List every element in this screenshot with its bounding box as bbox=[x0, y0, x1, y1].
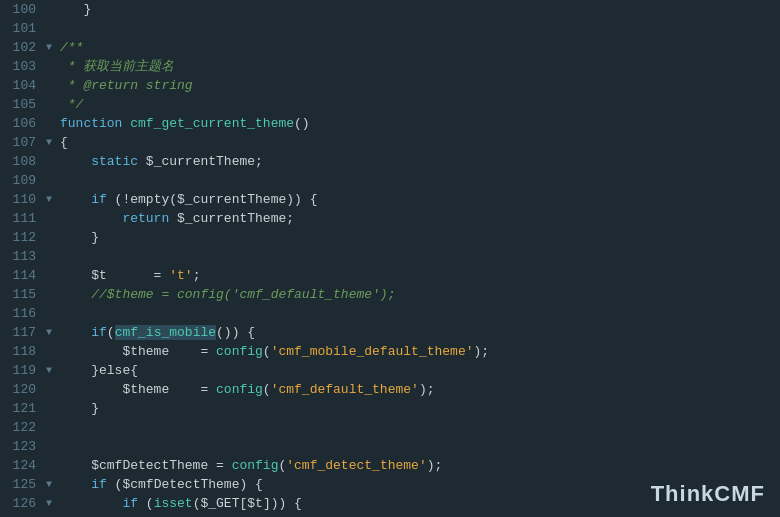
code-editor: 100 }101 102▼/**103 * 获取当前主题名104 * @retu… bbox=[0, 0, 780, 517]
token-punct: ])) { bbox=[263, 496, 302, 511]
token-var: $_currentTheme bbox=[177, 192, 286, 207]
line-number: 118 bbox=[0, 342, 46, 361]
token-punct: ( bbox=[263, 382, 271, 397]
code-row: 114 $t = 't'; bbox=[0, 266, 780, 285]
line-number: 122 bbox=[0, 418, 46, 437]
line-number: 117 bbox=[0, 323, 46, 342]
token-punct: ) { bbox=[239, 477, 262, 492]
token-comment-block: * @return string bbox=[60, 78, 193, 93]
token-punct: } bbox=[60, 230, 99, 245]
code-content: }else{ bbox=[58, 361, 780, 380]
fold-arrow[interactable]: ▼ bbox=[46, 494, 58, 513]
line-number: 114 bbox=[0, 266, 46, 285]
fold-arrow[interactable]: ▼ bbox=[46, 323, 58, 342]
fold-arrow[interactable]: ▼ bbox=[46, 38, 58, 57]
code-row: 102▼/** bbox=[0, 38, 780, 57]
code-content: { bbox=[58, 133, 780, 152]
token-punct: ); bbox=[419, 382, 435, 397]
token-kw-if: if bbox=[60, 325, 107, 340]
line-number: 106 bbox=[0, 114, 46, 133]
code-content bbox=[58, 19, 780, 38]
line-number: 100 bbox=[0, 0, 46, 19]
code-content: $theme = config('cmf_mobile_default_them… bbox=[58, 342, 780, 361]
token-kw-else: else bbox=[99, 363, 130, 378]
token-fn-name: isset bbox=[154, 496, 193, 511]
code-content: $t = 't'; bbox=[58, 266, 780, 285]
code-row: 105 */ bbox=[0, 95, 780, 114]
code-content: } bbox=[58, 228, 780, 247]
token-var: $theme bbox=[60, 382, 169, 397]
token-punct: ( bbox=[146, 496, 154, 511]
line-number: 112 bbox=[0, 228, 46, 247]
fold-arrow[interactable]: ▼ bbox=[46, 475, 58, 494]
token-punct: { bbox=[130, 363, 138, 378]
line-number: 101 bbox=[0, 19, 46, 38]
token-var: $cmfDetectTheme bbox=[60, 458, 208, 473]
token-punct: = bbox=[169, 344, 216, 359]
token-kw-if: if bbox=[60, 496, 146, 511]
token-fn-name: config bbox=[232, 458, 279, 473]
token-comment-block: /** bbox=[60, 40, 83, 55]
code-content: } bbox=[58, 399, 780, 418]
code-row: 101 bbox=[0, 19, 780, 38]
line-number: 125 bbox=[0, 475, 46, 494]
token-punct: )) { bbox=[286, 192, 317, 207]
code-row: 106function cmf_get_current_theme() bbox=[0, 114, 780, 133]
code-row: 116 bbox=[0, 304, 780, 323]
token-var: $_GET bbox=[200, 496, 239, 511]
code-content: /** bbox=[58, 38, 780, 57]
code-content: * 获取当前主题名 bbox=[58, 57, 780, 76]
token-punct: ( bbox=[107, 325, 115, 340]
code-content: } bbox=[58, 0, 780, 19]
line-number: 105 bbox=[0, 95, 46, 114]
token-punct: ; bbox=[286, 211, 294, 226]
token-punct: !empty( bbox=[122, 192, 177, 207]
code-content bbox=[58, 171, 780, 190]
token-punct: } bbox=[60, 2, 91, 17]
token-punct: ; bbox=[193, 268, 201, 283]
code-row: 117▼ if(cmf_is_mobile()) { bbox=[0, 323, 780, 342]
token-string: 'cmf_mobile_default_theme' bbox=[271, 344, 474, 359]
token-punct: ); bbox=[474, 344, 490, 359]
line-number: 124 bbox=[0, 456, 46, 475]
line-number: 119 bbox=[0, 361, 46, 380]
fold-arrow[interactable]: ▼ bbox=[46, 190, 58, 209]
fold-arrow[interactable]: ▼ bbox=[46, 133, 58, 152]
code-content: * @return string bbox=[58, 76, 780, 95]
token-punct: ); bbox=[427, 458, 443, 473]
line-number: 113 bbox=[0, 247, 46, 266]
line-number: 104 bbox=[0, 76, 46, 95]
line-number: 127 bbox=[0, 513, 46, 517]
code-row: 103 * 获取当前主题名 bbox=[0, 57, 780, 76]
code-content bbox=[58, 247, 780, 266]
token-kw-if: if bbox=[60, 477, 115, 492]
code-row: 120 $theme = config('cmf_default_theme')… bbox=[0, 380, 780, 399]
code-row: 111 return $_currentTheme; bbox=[0, 209, 780, 228]
token-punct: = bbox=[107, 268, 169, 283]
line-number: 110 bbox=[0, 190, 46, 209]
code-content: //$theme = config('cmf_default_theme'); bbox=[58, 285, 780, 304]
code-row: 119▼ }else{ bbox=[0, 361, 780, 380]
code-content bbox=[58, 437, 780, 456]
code-row: 100 } bbox=[0, 0, 780, 19]
fold-arrow[interactable]: ▼ bbox=[46, 361, 58, 380]
token-fn-name: config bbox=[216, 382, 263, 397]
line-number: 107 bbox=[0, 133, 46, 152]
code-row: 107▼{ bbox=[0, 133, 780, 152]
code-row: 124 $cmfDetectTheme = config('cmf_detect… bbox=[0, 456, 780, 475]
token-var: $t bbox=[247, 496, 263, 511]
code-content: */ bbox=[58, 95, 780, 114]
token-punct: } bbox=[60, 363, 99, 378]
code-content bbox=[58, 304, 780, 323]
token-highlight: cmf_is_mobile bbox=[115, 325, 216, 340]
line-number: 103 bbox=[0, 57, 46, 76]
code-row: 110▼ if (!empty($_currentTheme)) { bbox=[0, 190, 780, 209]
code-row: 115 //$theme = config('cmf_default_theme… bbox=[0, 285, 780, 304]
token-kw-static: static bbox=[60, 154, 146, 169]
line-number: 121 bbox=[0, 399, 46, 418]
code-row: 121 } bbox=[0, 399, 780, 418]
token-var: $t bbox=[60, 268, 107, 283]
token-var: $_currentTheme bbox=[146, 154, 255, 169]
token-punct: { bbox=[60, 135, 68, 150]
token-comment: //$theme = config('cmf_default_theme'); bbox=[60, 287, 395, 302]
